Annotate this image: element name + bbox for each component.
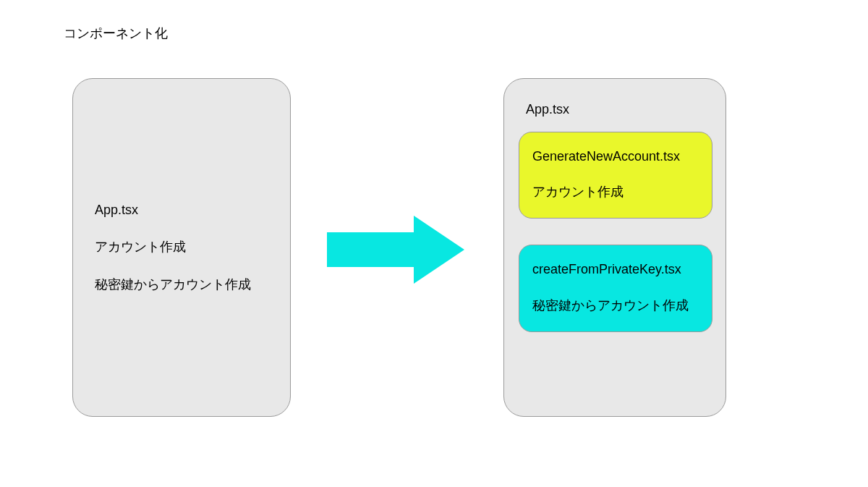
component-filename: GenerateNewAccount.tsx bbox=[532, 148, 699, 165]
component-desc: 秘密鍵からアカウント作成 bbox=[532, 296, 699, 316]
before-box: App.tsx アカウント作成 秘密鍵からアカウント作成 bbox=[72, 78, 291, 417]
after-filename: App.tsx bbox=[526, 102, 711, 117]
component-desc: アカウント作成 bbox=[532, 182, 699, 202]
after-box: App.tsx GenerateNewAccount.tsx アカウント作成 c… bbox=[503, 78, 726, 417]
diagram-title: コンポーネント化 bbox=[64, 25, 168, 42]
before-line-1: アカウント作成 bbox=[95, 239, 283, 255]
before-filename: App.tsx bbox=[95, 202, 283, 219]
arrow-icon bbox=[327, 216, 464, 287]
component-generate-new-account: GenerateNewAccount.tsx アカウント作成 bbox=[519, 132, 712, 219]
arrow-shape bbox=[327, 216, 464, 284]
component-filename: createFromPrivateKey.tsx bbox=[532, 261, 699, 278]
component-create-from-private-key: createFromPrivateKey.tsx 秘密鍵からアカウント作成 bbox=[519, 245, 712, 331]
before-line-2: 秘密鍵からアカウント作成 bbox=[95, 276, 283, 293]
before-box-content: App.tsx アカウント作成 秘密鍵からアカウント作成 bbox=[95, 202, 283, 313]
